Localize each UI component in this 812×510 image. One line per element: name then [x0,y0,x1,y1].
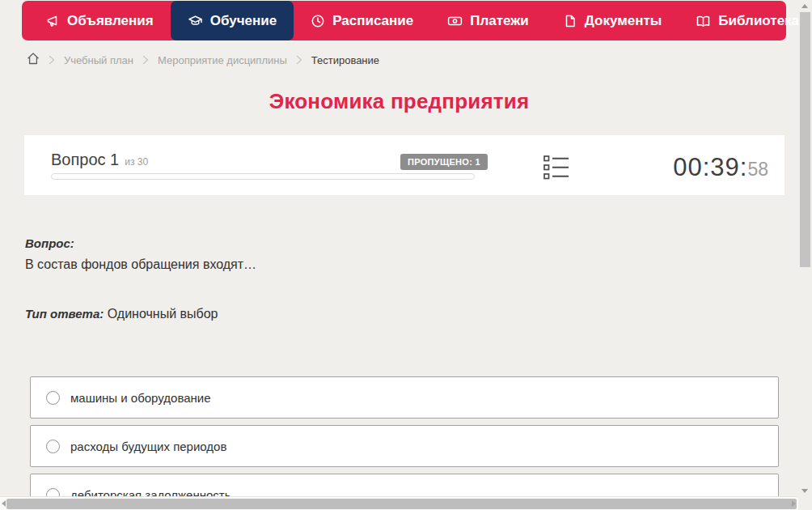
timer: 00:39:58 [673,153,768,182]
question-body: Вопрос: В состав фондов обращения входят… [25,236,773,322]
answer-option-1[interactable]: машины и оборудование [30,376,779,419]
skipped-badge: ПРОПУЩЕНО: 1 [400,154,488,170]
question-number: Вопрос 1из 30 [51,151,148,169]
list-icon [543,169,569,183]
scroll-up-arrow-icon[interactable] [801,4,808,8]
nav-item-label: Расписание [332,13,413,29]
question-panel: Вопрос 1из 30 ПРОПУЩЕНО: 1 00:39:58 [24,135,785,195]
nav-item-label: Объявления [67,13,154,29]
nav-item-announcements[interactable]: Объявления [28,1,171,40]
megaphone-icon [45,14,60,28]
question-prompt-label: Вопрос: [25,236,773,251]
question-list-button[interactable] [543,155,569,181]
nav-item-payments[interactable]: Платежи [430,1,546,40]
scroll-down-arrow-icon[interactable] [801,489,808,493]
breadcrumb-separator-icon [296,55,302,65]
nav-item-label: Документы [585,13,662,29]
breadcrumb-item-discipline-event[interactable]: Мероприятие дисциплины [158,54,287,66]
answer-type-value: Одиночный выбор [108,307,218,321]
answer-type-label: Тип ответа: [25,307,104,321]
scroll-right-arrow-icon[interactable] [792,500,796,507]
page-content: Объявления Обучение Расписание Платежи Д… [0,0,798,510]
scrollbar-corner [798,496,812,510]
answer-options: машины и оборудование расходы будущих пе… [30,376,779,510]
nav-item-documents[interactable]: Документы [546,1,679,40]
vertical-scrollbar-thumb[interactable] [800,12,810,267]
answer-option-2[interactable]: расходы будущих периодов [30,425,779,467]
horizontal-scrollbar-thumb[interactable] [6,499,797,509]
timer-hours-minutes: 00:39: [673,153,747,181]
answer-option-label: машины и оборудование [70,391,211,405]
nav-item-label: Библиотека [718,13,798,29]
page-title: Экономика предприятия [0,89,798,114]
open-book-icon [696,14,711,28]
scroll-left-arrow-icon[interactable] [2,500,6,507]
vertical-scrollbar[interactable] [798,0,812,496]
answer-option-label: расходы будущих периодов [70,440,226,453]
answer-type: Тип ответа: Одиночный выбор [25,305,773,322]
breadcrumb-separator-icon [142,55,149,65]
breadcrumb: Учебный план Мероприятие дисциплины Тест… [27,52,798,68]
breadcrumb-separator-icon [49,55,55,65]
breadcrumb-item-curriculum[interactable]: Учебный план [64,54,133,66]
banknote-icon [447,14,463,28]
radio-button[interactable] [46,440,60,453]
document-icon [563,14,577,28]
nav-item-education[interactable]: Обучение [171,1,294,40]
question-prompt-text: В состав фондов обращения входят… [25,256,773,273]
nav-item-label: Обучение [210,13,277,29]
clock-icon [311,14,325,28]
home-icon[interactable] [27,52,40,68]
timer-seconds: 58 [747,159,768,180]
top-navbar: Объявления Обучение Расписание Платежи Д… [22,1,786,40]
question-total: из 30 [125,156,148,168]
nav-item-label: Платежи [470,13,529,29]
breadcrumb-item-testing: Тестирование [311,54,379,66]
graduation-cap-icon [188,14,203,28]
nav-item-schedule[interactable]: Расписание [294,1,430,40]
progress-bar [51,173,475,180]
nav-item-library[interactable]: Библиотека [679,1,798,40]
horizontal-scrollbar[interactable] [0,496,798,510]
radio-button[interactable] [46,391,60,405]
